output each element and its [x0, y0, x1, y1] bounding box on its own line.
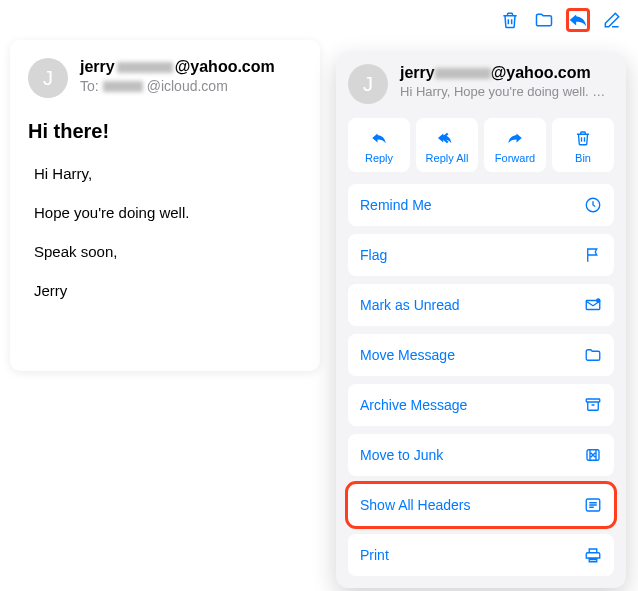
toolbar — [498, 8, 624, 32]
trash-icon — [554, 128, 612, 148]
bin-label: Bin — [554, 152, 612, 164]
redacted-text — [435, 68, 491, 79]
menu-archive-message[interactable]: Archive Message — [348, 384, 614, 426]
reply-label: Reply — [350, 152, 408, 164]
menu-label: Mark as Unread — [360, 297, 460, 313]
reply-all-label: Reply All — [418, 152, 476, 164]
svg-rect-3 — [586, 399, 600, 402]
to-label: To: — [80, 78, 99, 94]
menu-label: Print — [360, 547, 389, 563]
menu-label: Show All Headers — [360, 497, 471, 513]
folder-icon — [534, 10, 554, 30]
email-subject: Hi there! — [28, 120, 302, 143]
from-prefix: jerry — [400, 64, 435, 82]
reply-all-icon — [418, 128, 476, 148]
from-suffix: @yahoo.com — [491, 64, 591, 82]
menu-show-all-headers[interactable]: Show All Headers — [348, 484, 614, 526]
reply-icon — [350, 128, 408, 148]
reply-button[interactable]: Reply — [348, 118, 410, 172]
popup-header: J jerry@yahoo.com Hi Harry, Hope you're … — [348, 64, 614, 104]
email-body: Hi Harry, Hope you're doing well. Speak … — [28, 165, 302, 299]
forward-label: Forward — [486, 152, 544, 164]
menu-mark-unread[interactable]: Mark as Unread — [348, 284, 614, 326]
redacted-text — [117, 62, 173, 73]
popup-from-address: jerry@yahoo.com — [400, 64, 605, 82]
flag-icon — [584, 246, 602, 264]
reply-icon — [567, 9, 589, 31]
email-card: J jerry@yahoo.com To: @icloud.com Hi the… — [10, 40, 320, 371]
toolbar-compose-button[interactable] — [600, 8, 624, 32]
body-line: Speak soon, — [34, 243, 302, 260]
menu-label: Move Message — [360, 347, 455, 363]
toolbar-move-button[interactable] — [532, 8, 556, 32]
to-suffix: @icloud.com — [147, 78, 228, 94]
action-row: Reply Reply All Forward Bin — [348, 118, 614, 172]
envelope-icon — [584, 296, 602, 314]
forward-icon — [486, 128, 544, 148]
menu-label: Flag — [360, 247, 387, 263]
forward-button[interactable]: Forward — [484, 118, 546, 172]
body-line: Jerry — [34, 282, 302, 299]
compose-icon — [602, 10, 622, 30]
to-address: To: @icloud.com — [80, 78, 275, 94]
popup-preview-text: Hi Harry, Hope you're doing well. … — [400, 84, 605, 99]
menu-list: Remind Me Flag Mark as Unread Move Messa… — [348, 184, 614, 576]
toolbar-trash-button[interactable] — [498, 8, 522, 32]
archive-icon — [584, 396, 602, 414]
svg-point-2 — [596, 298, 601, 303]
bin-button[interactable]: Bin — [552, 118, 614, 172]
headers-icon — [584, 496, 602, 514]
junk-icon — [584, 446, 602, 464]
menu-move-to-junk[interactable]: Move to Junk — [348, 434, 614, 476]
body-line: Hi Harry, — [34, 165, 302, 182]
menu-print[interactable]: Print — [348, 534, 614, 576]
clock-icon — [584, 196, 602, 214]
reply-all-button[interactable]: Reply All — [416, 118, 478, 172]
toolbar-reply-button[interactable] — [566, 8, 590, 32]
reply-menu-popup: J jerry@yahoo.com Hi Harry, Hope you're … — [336, 52, 626, 588]
menu-remind-me[interactable]: Remind Me — [348, 184, 614, 226]
body-line: Hope you're doing well. — [34, 204, 302, 221]
avatar: J — [348, 64, 388, 104]
menu-label: Move to Junk — [360, 447, 443, 463]
menu-move-message[interactable]: Move Message — [348, 334, 614, 376]
menu-flag[interactable]: Flag — [348, 234, 614, 276]
from-address: jerry@yahoo.com — [80, 58, 275, 76]
folder-icon — [584, 346, 602, 364]
print-icon — [584, 546, 602, 564]
from-suffix: @yahoo.com — [175, 58, 275, 76]
avatar: J — [28, 58, 68, 98]
email-header: J jerry@yahoo.com To: @icloud.com — [28, 58, 302, 98]
menu-label: Remind Me — [360, 197, 432, 213]
menu-label: Archive Message — [360, 397, 467, 413]
redacted-text — [103, 81, 143, 92]
from-prefix: jerry — [80, 58, 115, 76]
trash-icon — [500, 10, 520, 30]
